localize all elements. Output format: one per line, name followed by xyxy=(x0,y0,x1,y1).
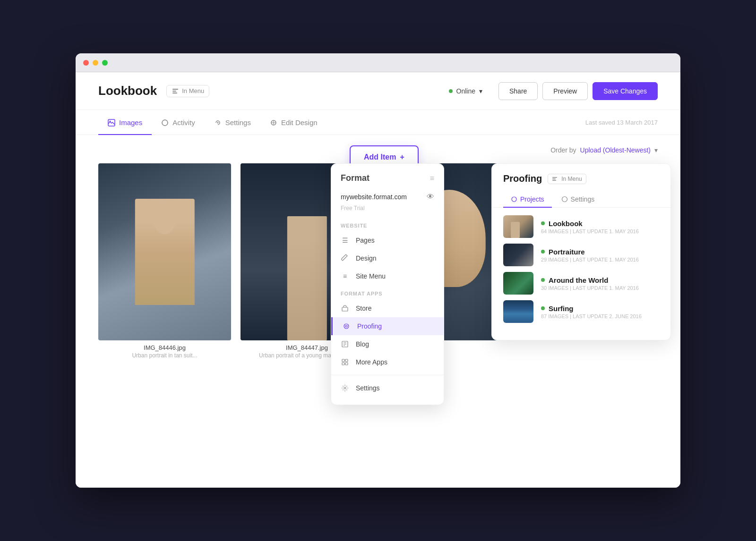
format-menu-proofing[interactable]: Proofing xyxy=(331,317,444,335)
format-menu-design[interactable]: Design xyxy=(331,249,444,267)
format-website-name: mywebsite.format.com xyxy=(341,193,407,201)
online-label: Online xyxy=(456,87,475,95)
svg-rect-16 xyxy=(342,363,344,365)
project-info-around-world: Around the World 30 IMAGES | LAST UPDATE… xyxy=(541,276,659,291)
proofing-tab-projects[interactable]: Projects xyxy=(503,192,552,208)
svg-rect-14 xyxy=(342,359,344,362)
project-name-portraiture: Portraiture xyxy=(549,248,585,256)
project-info-lookbook: Lookbook 64 IMAGES | LAST UPDATE 1. MAY … xyxy=(541,220,659,234)
svg-rect-15 xyxy=(345,359,348,362)
eye-icon[interactable]: 👁 xyxy=(427,193,434,201)
format-menu-blog[interactable]: Blog xyxy=(331,335,444,353)
maximize-dot[interactable] xyxy=(102,60,108,66)
proofing-tab-settings-label: Settings xyxy=(571,195,595,203)
app-container: Lookbook In Menu Online ▾ Share Preview … xyxy=(76,72,680,488)
project-dot-around-world xyxy=(541,278,545,282)
header: Lookbook In Menu Online ▾ Share Preview … xyxy=(76,72,680,110)
proofing-tab-projects-label: Projects xyxy=(520,195,544,203)
order-chevron-icon[interactable]: ▾ xyxy=(654,146,658,154)
project-item-around-world[interactable]: Around the World 30 IMAGES | LAST UPDATE… xyxy=(503,272,659,295)
format-menu-more-apps[interactable]: More Apps xyxy=(331,353,444,371)
project-name-row: Lookbook xyxy=(541,220,659,228)
format-store-label: Store xyxy=(356,304,371,312)
store-icon xyxy=(341,304,349,313)
main-content: Order by Upload (Oldest-Newest) ▾ IMG_84… xyxy=(76,135,680,370)
project-name-surfing: Surfing xyxy=(549,304,574,313)
format-settings-label: Settings xyxy=(356,384,380,392)
project-thumb-surfing xyxy=(503,300,533,323)
format-header: Format ≡ xyxy=(331,164,444,189)
project-thumb-lookbook xyxy=(503,215,533,238)
projects-icon xyxy=(511,196,517,203)
proofing-panel: Proofing In Menu xyxy=(491,163,671,340)
project-thumb-around-world xyxy=(503,272,533,295)
app-title: Lookbook xyxy=(98,84,157,98)
proofing-tab-settings[interactable]: Settings xyxy=(554,192,602,208)
close-dot[interactable] xyxy=(83,60,89,66)
site-menu-icon: ≡ xyxy=(341,272,349,280)
project-name-row-surfing: Surfing xyxy=(541,304,659,313)
format-section-apps-label: FORMAT APPS xyxy=(331,285,444,299)
proofing-header: Proofing In Menu xyxy=(492,164,670,184)
proofing-tabs: Projects Settings xyxy=(492,184,670,208)
format-title: Format xyxy=(341,173,369,183)
svg-point-8 xyxy=(344,324,349,329)
last-saved-text: Last saved 13 March 2017 xyxy=(585,119,658,126)
online-status[interactable]: Online ▾ xyxy=(449,87,482,95)
format-menu-store[interactable]: Store xyxy=(331,299,444,317)
order-by-value[interactable]: Upload (Oldest-Newest) xyxy=(580,146,651,154)
project-item-surfing[interactable]: Surfing 87 IMAGES | LAST UPDATE 2. JUNE … xyxy=(503,300,659,323)
project-meta-lookbook: 64 IMAGES | LAST UPDATE 1. MAY 2016 xyxy=(541,228,659,234)
svg-point-9 xyxy=(345,325,347,327)
format-proofing-label: Proofing xyxy=(357,322,382,330)
format-menu-pages[interactable]: ☰ Pages xyxy=(331,231,444,249)
minimize-dot[interactable] xyxy=(93,60,98,66)
proofing-title: Proofing xyxy=(503,173,542,184)
project-name-lookbook: Lookbook xyxy=(549,220,583,228)
format-settings-icon xyxy=(341,384,349,392)
in-menu-badge[interactable]: In Menu xyxy=(166,85,209,97)
format-pages-label: Pages xyxy=(356,237,375,244)
proofing-icon xyxy=(342,322,351,330)
activity-icon xyxy=(161,119,169,127)
online-chevron-icon: ▾ xyxy=(479,87,482,95)
format-menu-settings[interactable]: Settings xyxy=(331,379,444,397)
project-item-lookbook[interactable]: Lookbook 64 IMAGES | LAST UPDATE 1. MAY … xyxy=(503,215,659,238)
tab-edit-design[interactable]: Edit Design xyxy=(260,110,327,135)
svg-rect-21 xyxy=(552,180,556,181)
svg-point-22 xyxy=(512,197,516,202)
project-item-portraiture[interactable]: Portraiture 29 IMAGES | LAST UPDATE 1. M… xyxy=(503,244,659,266)
format-list-icon: ≡ xyxy=(430,174,434,183)
order-by: Order by Upload (Oldest-Newest) ▾ xyxy=(550,146,658,154)
list-item: IMG_84446.jpg Urban portrait in tan suit… xyxy=(98,163,231,359)
format-menu-site-menu[interactable]: ≡ Site Menu xyxy=(331,267,444,285)
preview-button[interactable]: Preview xyxy=(542,82,588,100)
format-panel: Format ≡ mywebsite.format.com 👁 Free Tri… xyxy=(331,163,444,405)
format-website-row[interactable]: mywebsite.format.com 👁 xyxy=(331,189,444,205)
add-item-plus-icon: + xyxy=(400,153,404,161)
edit-design-icon xyxy=(270,119,277,127)
in-menu-icon xyxy=(172,87,179,95)
add-item-label: Add Item xyxy=(364,153,396,161)
tab-settings[interactable]: Settings xyxy=(205,110,260,135)
image-thumb-1[interactable] xyxy=(98,163,231,340)
proofing-in-menu-label: In Menu xyxy=(561,176,582,182)
svg-rect-1 xyxy=(172,91,176,92)
project-name-row-portraiture: Portraiture xyxy=(541,248,659,256)
tab-images[interactable]: Images xyxy=(98,110,152,135)
proofing-settings-icon xyxy=(561,196,568,203)
project-name-row-around-world: Around the World xyxy=(541,276,659,284)
share-button[interactable]: Share xyxy=(498,82,538,100)
pages-icon: ☰ xyxy=(341,236,349,245)
format-more-apps-label: More Apps xyxy=(356,358,387,366)
project-name-around-world: Around the World xyxy=(549,276,608,284)
project-info-surfing: Surfing 87 IMAGES | LAST UPDATE 2. JUNE … xyxy=(541,304,659,319)
settings-icon xyxy=(214,119,222,127)
blog-icon xyxy=(341,340,349,348)
proofing-in-menu-badge[interactable]: In Menu xyxy=(548,174,586,184)
tab-activity-label: Activity xyxy=(172,118,195,127)
svg-rect-7 xyxy=(342,307,348,311)
format-site-menu-label: Site Menu xyxy=(356,272,386,280)
tab-activity[interactable]: Activity xyxy=(152,110,205,135)
save-changes-button[interactable]: Save Changes xyxy=(593,82,658,100)
